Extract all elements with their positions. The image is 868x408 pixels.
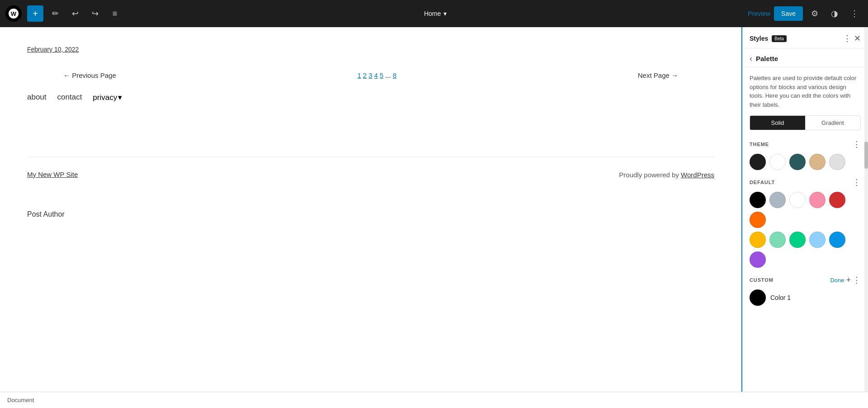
solid-gradient-toggle: Solid Gradient bbox=[750, 115, 861, 130]
main-area: February 10, 2022 ← Previous Page 1 2 3 … bbox=[0, 27, 868, 408]
settings-button[interactable]: ⚙ bbox=[807, 5, 823, 22]
list-icon: ≡ bbox=[113, 9, 118, 19]
custom-section-label: CUSTOM bbox=[750, 277, 774, 283]
options-button[interactable]: ⋮ bbox=[846, 5, 863, 22]
tools-icon-button[interactable]: ✏ bbox=[47, 5, 63, 22]
chevron-down-icon: ▾ bbox=[118, 93, 122, 102]
ellipsis-icon: ⋮ bbox=[850, 9, 859, 19]
theme-swatch-black[interactable] bbox=[750, 154, 766, 170]
undo-icon: ↩ bbox=[72, 9, 79, 19]
default-swatch-cyan-bluish-gray[interactable] bbox=[769, 192, 786, 208]
about-link[interactable]: about bbox=[27, 93, 47, 102]
panel-header: Styles Beta ⋮ ✕ bbox=[742, 27, 868, 48]
theme-swatch-tan[interactable] bbox=[809, 154, 826, 170]
done-button[interactable]: Done bbox=[830, 277, 844, 284]
styles-panel: Styles Beta ⋮ ✕ ‹ Palette Palettes are u… bbox=[741, 27, 868, 408]
pagination: ← Previous Page 1 2 3 4 5 ... 8 Next Pag… bbox=[27, 71, 714, 79]
theme-section-header: THEME ⋮ bbox=[750, 139, 861, 149]
list-view-button[interactable]: ≡ bbox=[107, 5, 123, 22]
footer-nav: about contact privacy ▾ bbox=[27, 93, 714, 102]
theme-section-more-button[interactable]: ⋮ bbox=[853, 139, 861, 149]
gradient-toggle-button[interactable]: Gradient bbox=[805, 116, 860, 130]
page-num-4[interactable]: 4 bbox=[374, 71, 378, 79]
chevron-down-icon: ▾ bbox=[443, 10, 447, 17]
pencil-icon: ✏ bbox=[52, 9, 59, 19]
panel-header-left: Styles Beta bbox=[750, 35, 787, 42]
back-button[interactable]: ‹ bbox=[750, 54, 752, 63]
custom-section-actions: Done + ⋮ bbox=[830, 275, 861, 285]
undo-button[interactable]: ↩ bbox=[67, 5, 83, 22]
status-bar: Document bbox=[0, 392, 868, 408]
site-footer-left: My New WP Site bbox=[27, 171, 78, 179]
redo-icon: ↪ bbox=[92, 9, 99, 19]
preview-button[interactable]: Preview bbox=[748, 10, 770, 17]
default-swatch-vivid-green-cyan[interactable] bbox=[789, 232, 806, 248]
redo-button[interactable]: ↪ bbox=[87, 5, 103, 22]
panel-title: Styles bbox=[750, 35, 768, 42]
page-num-3[interactable]: 3 bbox=[368, 71, 372, 79]
custom-section-more-button[interactable]: ⋮ bbox=[853, 275, 861, 285]
privacy-link[interactable]: privacy ▾ bbox=[93, 93, 122, 102]
page-num-1[interactable]: 1 bbox=[357, 71, 361, 79]
default-swatch-white[interactable] bbox=[789, 192, 806, 208]
save-button[interactable]: Save bbox=[774, 6, 803, 21]
theme-swatch-dark-teal[interactable] bbox=[789, 154, 806, 170]
wp-logo[interactable]: W bbox=[5, 5, 22, 22]
theme-color-swatches bbox=[750, 154, 861, 170]
default-swatch-black[interactable] bbox=[750, 192, 766, 208]
default-swatch-orange[interactable] bbox=[750, 212, 766, 228]
panel-sub-header: ‹ Palette bbox=[742, 48, 868, 67]
contact-link[interactable]: contact bbox=[57, 93, 82, 102]
palette-title: Palette bbox=[756, 55, 778, 62]
default-swatch-amber[interactable] bbox=[750, 232, 766, 248]
home-menu-button[interactable]: Home ▾ bbox=[424, 10, 447, 17]
contrast-icon: ◑ bbox=[831, 9, 838, 19]
panel-more-button[interactable]: ⋮ bbox=[843, 33, 851, 43]
default-section-more-button[interactable]: ⋮ bbox=[853, 177, 861, 187]
pagination-ellipsis: ... bbox=[385, 71, 391, 79]
default-color-swatches-row2 bbox=[750, 232, 861, 268]
custom-color-name: Color 1 bbox=[770, 294, 791, 301]
palette-description: Palettes are used to provide default col… bbox=[750, 74, 861, 109]
add-custom-color-button[interactable]: + bbox=[846, 275, 851, 285]
default-swatch-vivid-cyan-blue[interactable] bbox=[829, 232, 845, 248]
pagination-numbers: 1 2 3 4 5 ... 8 bbox=[357, 71, 396, 79]
page-num-2[interactable]: 2 bbox=[363, 71, 367, 79]
prev-page-link[interactable]: ← Previous Page bbox=[63, 71, 116, 79]
theme-swatch-light-gray[interactable] bbox=[829, 154, 845, 170]
gear-icon: ⚙ bbox=[811, 9, 818, 19]
wordpress-link[interactable]: WordPress bbox=[681, 171, 714, 179]
powered-text: Proudly powered by bbox=[619, 171, 681, 179]
theme-swatch-white[interactable] bbox=[769, 154, 786, 170]
panel-scrollbar-thumb[interactable] bbox=[864, 142, 868, 169]
default-swatch-light-green-cyan[interactable] bbox=[769, 232, 786, 248]
contrast-button[interactable]: ◑ bbox=[826, 5, 843, 22]
page-num-8[interactable]: 8 bbox=[393, 71, 396, 79]
custom-color-item: Color 1 bbox=[750, 289, 861, 306]
solid-toggle-button[interactable]: Solid bbox=[750, 116, 805, 130]
toolbar-center: Home ▾ bbox=[127, 10, 744, 17]
custom-section-header: CUSTOM Done + ⋮ bbox=[750, 275, 861, 285]
editor-canvas[interactable]: February 10, 2022 ← Previous Page 1 2 3 … bbox=[0, 27, 741, 408]
page-num-5[interactable]: 5 bbox=[380, 71, 383, 79]
date-link[interactable]: February 10, 2022 bbox=[27, 46, 79, 53]
default-swatch-vivid-red[interactable] bbox=[829, 192, 845, 208]
site-name-link[interactable]: My New WP Site bbox=[27, 171, 78, 178]
default-section-header: DEFAULT ⋮ bbox=[750, 177, 861, 187]
default-swatch-vivid-purple[interactable] bbox=[750, 251, 766, 268]
add-block-button[interactable]: + bbox=[27, 5, 43, 22]
site-footer: My New WP Site Proudly powered by WordPr… bbox=[27, 157, 714, 192]
panel-close-button[interactable]: ✕ bbox=[854, 33, 861, 43]
custom-swatch-color1[interactable] bbox=[750, 289, 766, 306]
wp-logo-inner: W bbox=[9, 9, 19, 19]
default-swatch-pale-cyan-blue[interactable] bbox=[809, 232, 826, 248]
default-swatch-pale-pink[interactable] bbox=[809, 192, 826, 208]
post-author-label: Post Author bbox=[27, 210, 714, 218]
toolbar-right: Preview Save ⚙ ◑ ⋮ bbox=[748, 5, 863, 22]
next-page-link[interactable]: Next Page → bbox=[638, 71, 678, 79]
panel-content[interactable]: Palettes are used to provide default col… bbox=[742, 67, 868, 408]
panel-scrollbar[interactable] bbox=[864, 27, 868, 408]
panel-header-right: ⋮ ✕ bbox=[843, 33, 861, 43]
site-footer-right: Proudly powered by WordPress bbox=[619, 171, 714, 179]
theme-section-label: THEME bbox=[750, 142, 769, 147]
